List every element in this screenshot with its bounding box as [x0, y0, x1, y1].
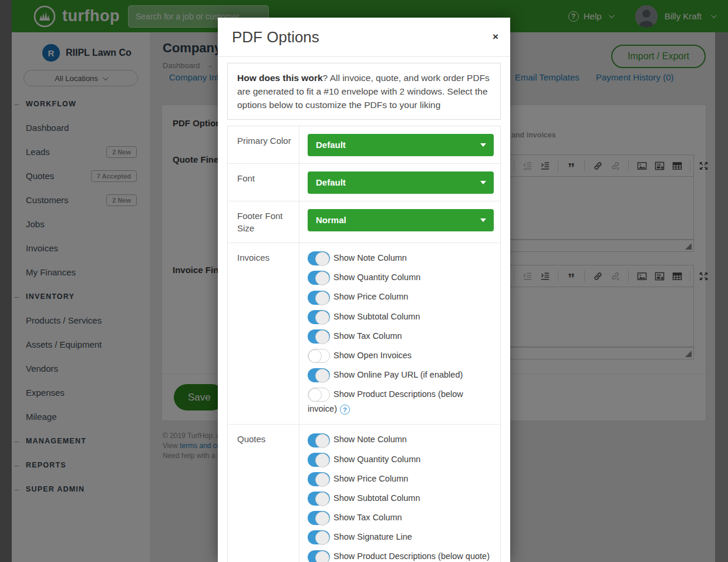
toggle-row-show-note-column: Show Note Column [308, 432, 493, 447]
toggle-show-signature-line[interactable] [308, 530, 330, 544]
app-root: turfhop ? Help Billy Kraft [0, 0, 728, 562]
toggle-show-product-descriptions-below-quote[interactable] [308, 550, 330, 562]
toggle-show-product-descriptions-below-invoice[interactable] [308, 388, 330, 402]
modal-row-primary-color: Primary ColorDefault [228, 126, 500, 164]
toggle-label: Show Subtotal Column [333, 493, 420, 503]
pdf-options-modal: PDF Options × How does this work? All in… [218, 18, 510, 562]
toggle-label: Show Open Invoices [333, 351, 412, 360]
modal-row-content: Default [299, 164, 501, 201]
primary-color-select[interactable]: Default [308, 134, 494, 156]
toggle-show-subtotal-column[interactable] [308, 492, 330, 506]
close-icon[interactable]: × [493, 32, 498, 42]
toggle-row-show-quantity-column: Show Quantity Column [308, 270, 493, 285]
modal-header: PDF Options × [218, 18, 510, 57]
toggle-label: Show Product Descriptions (below quote) [333, 551, 490, 561]
toggle-show-quantity-column[interactable] [308, 271, 330, 285]
toggle-row-show-tax-column: Show Tax Column [308, 329, 493, 344]
select-value: Normal [316, 215, 346, 225]
toggle-label: Show Tax Column [333, 331, 402, 341]
font-select[interactable]: Default [308, 171, 494, 194]
toggle-row-show-tax-column: Show Tax Column [308, 510, 493, 525]
toggle-label: Show Note Column [333, 435, 407, 444]
select-value: Default [316, 177, 346, 187]
modal-row-label: Invoices [228, 243, 299, 424]
toggle-label: Show Price Column [333, 292, 408, 301]
chevron-down-icon [480, 143, 486, 147]
chevron-down-icon [480, 218, 486, 222]
toggle-show-subtotal-column[interactable] [308, 310, 330, 324]
modal-row-footer-font-size: Footer Font SizeNormal [228, 201, 500, 243]
toggle-row-show-subtotal-column: Show Subtotal Column [308, 309, 493, 324]
modal-row-content: Show Note ColumnShow Quantity ColumnShow… [299, 425, 500, 562]
toggle-show-open-invoices[interactable] [308, 349, 330, 363]
toggle-show-online-pay-url-if-enabled[interactable] [308, 368, 330, 382]
toggle-show-price-column[interactable] [308, 472, 330, 486]
toggle-row-show-quantity-column: Show Quantity Column [308, 452, 493, 467]
toggle-label: Show Signature Line [333, 532, 412, 541]
modal-intro-text: How does this work? All invoice, quote, … [227, 63, 501, 120]
select-value: Default [316, 140, 346, 150]
toggle-row-show-note-column: Show Note Column [308, 251, 493, 265]
modal-row-content: Normal [299, 201, 501, 243]
modal-row-font: FontDefault [228, 164, 500, 201]
help-icon[interactable]: ? [340, 405, 350, 415]
modal-row-label: Primary Color [228, 126, 299, 163]
toggle-label: Show Subtotal Column [333, 312, 420, 321]
modal-row-label: Font [228, 164, 299, 201]
toggle-label: Show Note Column [333, 253, 407, 263]
toggle-show-tax-column[interactable] [308, 511, 330, 525]
pdf-options-form: Primary ColorDefaultFontDefaultFooter Fo… [227, 126, 501, 562]
modal-title: PDF Options [232, 28, 319, 46]
toggle-row-show-subtotal-column: Show Subtotal Column [308, 491, 493, 506]
toggle-show-tax-column[interactable] [308, 329, 330, 344]
toggle-label: Show Online Pay URL (if enabled) [333, 370, 463, 379]
toggle-show-quantity-column[interactable] [308, 453, 330, 467]
modal-intro-bold: How does this work [237, 73, 323, 83]
toggle-label: Show Tax Column [333, 513, 402, 522]
toggle-label: Show Price Column [333, 474, 408, 483]
toggle-show-note-column[interactable] [308, 433, 330, 447]
toggle-row-show-price-column: Show Price Column [308, 472, 493, 486]
modal-row-content: Default [299, 126, 501, 163]
toggle-show-price-column[interactable] [308, 291, 330, 305]
toggle-row-show-product-descriptions-below-invoice: Show Product Descriptions (below invoice… [308, 387, 493, 416]
toggle-label: Show Quantity Column [333, 272, 420, 282]
modal-row-quotes: QuotesShow Note ColumnShow Quantity Colu… [228, 425, 500, 562]
chevron-down-icon [480, 181, 486, 184]
toggle-label: Show Quantity Column [333, 455, 420, 464]
footer-font-size-select[interactable]: Normal [308, 209, 494, 231]
modal-row-label: Quotes [228, 425, 299, 562]
modal-row-content: Show Note ColumnShow Quantity ColumnShow… [299, 243, 500, 424]
toggle-row-show-online-pay-url-if-enabled: Show Online Pay URL (if enabled) [308, 368, 493, 382]
modal-row-invoices: InvoicesShow Note ColumnShow Quantity Co… [228, 243, 500, 425]
toggle-row-show-open-invoices: Show Open Invoices [308, 348, 493, 363]
toggle-label: Show Product Descriptions (below invoice… [308, 389, 463, 413]
toggle-row-show-signature-line: Show Signature Line [308, 530, 493, 544]
toggle-row-show-product-descriptions-below-quote: Show Product Descriptions (below quote)? [308, 549, 493, 562]
toggle-row-show-price-column: Show Price Column [308, 290, 493, 304]
toggle-show-note-column[interactable] [308, 251, 330, 265]
modal-row-label: Footer Font Size [228, 201, 299, 243]
